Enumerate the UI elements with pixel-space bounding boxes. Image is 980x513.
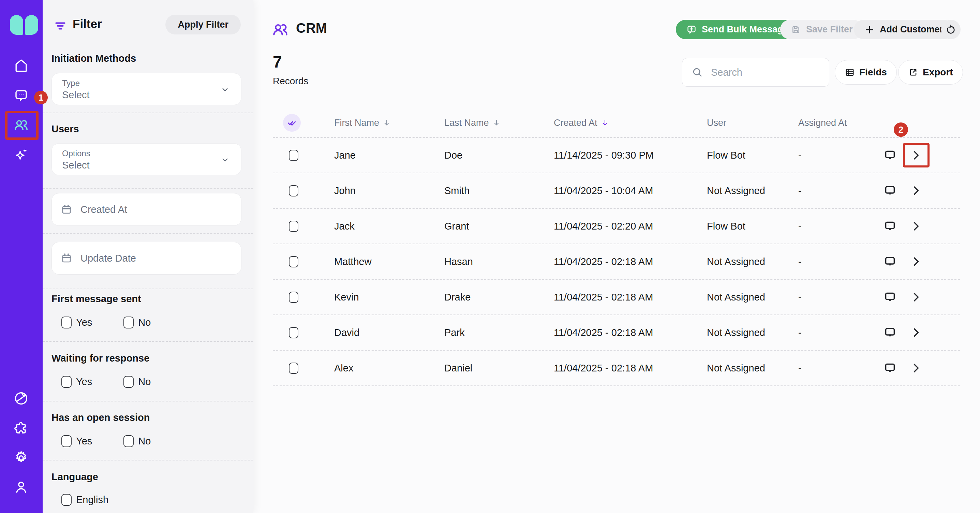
cell-last-name: Drake: [444, 292, 554, 303]
search-input[interactable]: [711, 67, 813, 78]
sidebar: [0, 0, 43, 513]
export-button[interactable]: Export: [898, 60, 963, 84]
open-chat-button[interactable]: [883, 255, 897, 268]
table-row[interactable]: Jack Grant 11/04/2025 - 02:20 AM Flow Bo…: [273, 209, 960, 244]
open-chat-button[interactable]: [883, 326, 897, 339]
select-all-button[interactable]: [283, 114, 301, 132]
refresh-button[interactable]: [941, 20, 961, 39]
first-message-sent-no-checkbox[interactable]: [123, 317, 134, 328]
table-row[interactable]: Kevin Drake 11/04/2025 - 02:18 AM Not As…: [273, 280, 960, 315]
language-label: Language: [51, 472, 98, 483]
table-row[interactable]: Alex Daniel 11/04/2025 - 02:18 AM Not As…: [273, 350, 960, 386]
chevron-right-icon: [909, 290, 923, 304]
row-checkbox[interactable]: [289, 292, 298, 303]
sidebar-item-home[interactable]: [13, 58, 29, 74]
has-open-session-yes-checkbox[interactable]: [61, 435, 72, 447]
waiting-for-response-label: Waiting for response: [51, 353, 150, 364]
section-divider: [43, 341, 253, 342]
sidebar-item-inbox[interactable]: [13, 88, 29, 105]
yes-label: Yes: [76, 317, 92, 328]
open-record-chevron-button[interactable]: [909, 361, 923, 375]
chat-icon: [883, 361, 897, 375]
open-chat-button[interactable]: [883, 184, 897, 198]
row-checkbox[interactable]: [289, 363, 298, 374]
language-english-checkbox[interactable]: [61, 494, 72, 506]
pie-chart-icon: [13, 390, 29, 408]
column-header-last-name[interactable]: Last Name: [444, 118, 554, 128]
cell-last-name: Doe: [444, 150, 554, 161]
column-header-first-name[interactable]: First Name: [334, 118, 444, 128]
open-record-chevron-button[interactable]: [909, 184, 923, 198]
no-label: No: [138, 436, 151, 447]
has-open-session-label: Has an open session: [51, 412, 150, 423]
open-chat-button[interactable]: [883, 148, 897, 162]
filter-icon: [54, 19, 67, 33]
row-checkbox[interactable]: [289, 185, 298, 196]
table-row[interactable]: Jane Doe 11/14/2025 - 09:30 PM Flow Bot …: [273, 138, 960, 173]
sidebar-item-integrations[interactable]: [13, 421, 29, 437]
plus-icon: [864, 24, 875, 35]
page-title: CRM: [296, 21, 327, 36]
cell-first-name: Jane: [334, 150, 444, 161]
open-record-chevron-button[interactable]: [909, 326, 923, 339]
created-at-date-picker[interactable]: Created At: [51, 193, 242, 226]
open-record-chevron-button[interactable]: [909, 148, 923, 162]
section-divider: [43, 113, 253, 113]
cell-assigned-at: -: [798, 185, 873, 196]
save-filter-button[interactable]: Save Filter: [780, 20, 863, 39]
waiting-for-response-yes-checkbox[interactable]: [61, 376, 72, 388]
sidebar-item-crm[interactable]: [13, 117, 29, 134]
app-logo: [10, 15, 38, 35]
sort-down-icon: [492, 119, 501, 127]
refresh-icon: [945, 24, 956, 35]
column-header-user[interactable]: User: [707, 118, 798, 128]
users-options-select[interactable]: Options Select: [51, 143, 242, 175]
row-checkbox[interactable]: [289, 221, 298, 232]
home-icon: [13, 57, 29, 75]
table-row[interactable]: David Park 11/04/2025 - 02:18 AM Not Ass…: [273, 315, 960, 350]
update-date-picker[interactable]: Update Date: [51, 242, 242, 275]
row-checkbox[interactable]: [289, 256, 298, 268]
section-divider: [43, 460, 253, 460]
open-chat-button[interactable]: [883, 219, 897, 233]
initiation-methods-label: Initiation Methods: [51, 53, 136, 64]
table-row[interactable]: John Smith 11/04/2025 - 10:04 AM Not Ass…: [273, 173, 960, 209]
open-chat-button[interactable]: [883, 290, 897, 304]
chevron-down-icon: [220, 84, 230, 95]
open-record-chevron-button[interactable]: [909, 255, 923, 268]
cell-user: Not Assigned: [707, 292, 798, 303]
cell-first-name: Jack: [334, 221, 444, 232]
type-select[interactable]: Type Select: [51, 73, 242, 105]
message-plus-icon: [686, 24, 697, 35]
column-header-created-at[interactable]: Created At: [554, 118, 707, 128]
add-customer-button[interactable]: Add Customer: [854, 20, 953, 39]
chevron-right-icon: [909, 148, 923, 162]
sort-down-active-icon: [601, 119, 609, 127]
sidebar-item-automation[interactable]: [13, 147, 29, 163]
section-divider: [43, 401, 253, 401]
cell-last-name: Smith: [444, 185, 554, 196]
apply-filter-button[interactable]: Apply Filter: [165, 15, 241, 35]
sidebar-item-profile[interactable]: [13, 480, 29, 496]
open-record-chevron-button[interactable]: [909, 219, 923, 233]
row-checkbox[interactable]: [289, 327, 298, 338]
has-open-session-no-checkbox[interactable]: [123, 435, 134, 447]
row-checkbox[interactable]: [289, 150, 298, 161]
search-bar: [682, 58, 829, 87]
sidebar-item-settings[interactable]: [13, 450, 29, 467]
column-header-assigned-at[interactable]: Assigned At: [798, 118, 873, 128]
cell-created-at: 11/04/2025 - 10:04 AM: [554, 185, 707, 196]
fields-button[interactable]: Fields: [835, 60, 897, 84]
yes-label: Yes: [76, 436, 92, 447]
no-label: No: [138, 317, 151, 328]
chat-icon: [883, 219, 897, 233]
waiting-for-response-no-checkbox[interactable]: [123, 376, 134, 388]
open-chat-button[interactable]: [883, 361, 897, 375]
chat-icon: [883, 255, 897, 268]
logo-right-shape: [25, 15, 38, 35]
table-row[interactable]: Matthew Hasan 11/04/2025 - 02:18 AM Not …: [273, 244, 960, 280]
first-message-sent-yes-checkbox[interactable]: [61, 317, 72, 328]
open-record-chevron-button[interactable]: [909, 290, 923, 304]
cell-user: Not Assigned: [707, 363, 798, 374]
sidebar-item-analytics[interactable]: [13, 391, 29, 407]
